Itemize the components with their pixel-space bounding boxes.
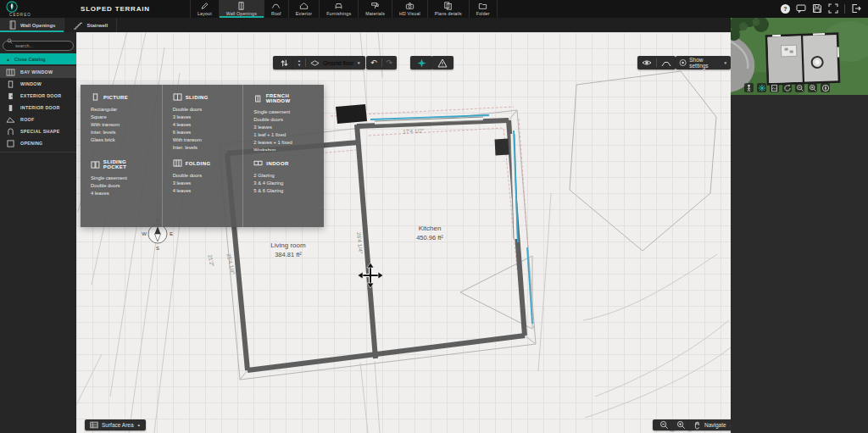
fixture-object[interactable] (336, 104, 367, 124)
menu-item-roof[interactable]: Roof (264, 0, 289, 18)
room-area: 450.96 ft² (394, 234, 465, 241)
catalog-item[interactable]: Single casement (253, 108, 313, 116)
sliding-window-icon (173, 93, 182, 101)
preview-zoom-out-button[interactable] (795, 83, 804, 92)
show-settings-dropdown[interactable]: Show settings ▼ (676, 56, 731, 69)
fullscreen-button[interactable] (828, 3, 838, 14)
swap-floors-button[interactable] (273, 56, 295, 69)
catalog-item[interactable]: 4 leaves (173, 187, 232, 195)
snapshot-button[interactable] (770, 83, 779, 92)
undo-button[interactable]: ↶ (366, 56, 381, 69)
catalog-item[interactable]: 2 Glazing (253, 172, 313, 180)
sidebar-divider (0, 152, 76, 153)
catalog-item[interactable]: 3 leaves (173, 180, 232, 187)
floor-stepper[interactable]: ▲▼ (293, 56, 305, 69)
catalog-item[interactable]: 3 leaves (173, 114, 232, 121)
move-cursor-icon[interactable] (358, 263, 383, 288)
wall-openings-catalog-flyout: PICTURE Rectangular Square With transom … (81, 85, 324, 227)
catalog-item[interactable]: 6 leaves (173, 129, 232, 136)
catalog-item[interactable]: Inter. levels (91, 129, 151, 136)
preview-3d[interactable] (731, 18, 868, 95)
catalog-item[interactable]: Glass brick (91, 136, 151, 144)
compass-mode-button[interactable] (410, 56, 432, 69)
catalog-item[interactable]: 5 & 6 Glazing (253, 187, 313, 195)
tab-stairwell[interactable]: Stairwell (64, 18, 117, 32)
roof-visibility-button[interactable] (657, 56, 676, 69)
sidebar-item-bay-window[interactable]: BAY WINDOW (0, 66, 76, 78)
chevron-up-icon: ▲ (6, 57, 10, 62)
orbit-icon (783, 84, 792, 92)
indoor-window-icon (253, 159, 263, 167)
catalog-item[interactable]: 1 leaf + 1 fixed (253, 131, 313, 139)
surface-area-button[interactable]: Surface Area ▲ (85, 419, 146, 430)
catalog-item[interactable]: Square (91, 114, 151, 121)
catalog-item[interactable]: Inter. levels (173, 144, 232, 151)
menu-item-plans-details[interactable]: Plans details (428, 0, 470, 18)
roof-category-icon (6, 116, 15, 124)
walkthrough-button[interactable] (744, 83, 754, 92)
catalog-item[interactable]: 4 leaves (91, 190, 151, 197)
window-gaps (375, 119, 515, 239)
sidebar-item-window[interactable]: WINDOW (0, 78, 76, 90)
catalog-item[interactable]: Single casement (91, 175, 151, 182)
catalog-item[interactable]: With transom (91, 121, 151, 129)
catalog-item[interactable]: Double doors (91, 182, 151, 190)
catalog-item[interactable]: Double doors (173, 172, 232, 180)
catalog-group-picture: PICTURE Rectangular Square With transom … (81, 85, 162, 151)
floor-selector-dropdown[interactable]: Ground floor ▼ (306, 56, 365, 69)
compass-icon (821, 84, 830, 92)
top-right-icons: ? (781, 3, 861, 14)
roof-menu-icon (271, 2, 281, 10)
sidebar-item-roof[interactable]: ROOF (0, 114, 76, 125)
catalog-group-header: FRENCH WINDOW (253, 93, 313, 103)
preview-zoom-in-button[interactable] (808, 83, 817, 92)
main-menu: Layout Wall Openings Roof Exterior Furni… (190, 0, 498, 18)
catalog-item[interactable]: Double doors (173, 106, 232, 114)
daylight-button[interactable] (757, 83, 766, 92)
catalog-group-header: INDOOR (253, 159, 313, 167)
search-input[interactable] (3, 41, 74, 51)
orbit-button[interactable] (782, 83, 792, 92)
tab-wall-openings[interactable]: Wall Openings (0, 18, 64, 32)
sidebar-item-opening[interactable]: OPENING (0, 137, 76, 149)
close-catalog-button[interactable]: ▲ Close Catalog (0, 53, 76, 64)
help-button[interactable]: ? (781, 4, 790, 14)
catalog-item[interactable]: Double doors (253, 116, 313, 124)
furniture-visibility-button[interactable] (637, 56, 656, 69)
save-button[interactable] (812, 3, 822, 14)
catalog-item[interactable]: With transom (173, 136, 232, 144)
fixture-object-2[interactable] (495, 139, 509, 156)
cedreo-logo[interactable]: CEDREO (6, 1, 35, 17)
menu-item-exterior[interactable]: Exterior (289, 0, 320, 18)
chat-button[interactable] (796, 3, 806, 14)
sidebar-item-special-shape[interactable]: SPECIAL SHAPE (0, 125, 76, 137)
redo-button[interactable]: ↷ (382, 56, 398, 69)
door-frame-icon (8, 20, 17, 30)
floor-selector-group: ▲▼ Ground floor ▼ (293, 56, 365, 69)
exit-button[interactable] (851, 3, 861, 14)
terrain-warning-button[interactable] (431, 56, 453, 69)
sidebar-item-exterior-door[interactable]: EXTERIOR DOOR (0, 90, 76, 102)
preview-compass-button[interactable] (821, 83, 830, 92)
menu-item-hd-visual[interactable]: HD Visual (392, 0, 428, 18)
paint-roller-icon (370, 2, 380, 10)
menu-item-materials[interactable]: Materials (359, 0, 392, 18)
menu-item-layout[interactable]: Layout (191, 0, 220, 18)
interior-door-icon (6, 104, 15, 112)
catalog-item[interactable]: 4 leaves (173, 121, 232, 129)
room-name: Living room (253, 241, 324, 249)
menu-item-furnishings[interactable]: Furnishings (320, 0, 359, 18)
brand-label: CEDREO (6, 13, 35, 17)
catalog-item[interactable]: 2 leaves + 1 fixed (253, 139, 313, 147)
catalog-group-folding: FOLDING Double doors 3 leaves 4 leaves (162, 151, 243, 227)
menu-item-folder[interactable]: Folder (470, 0, 498, 18)
menu-item-wall-openings[interactable]: Wall Openings (220, 0, 264, 18)
exterior-door-icon (6, 92, 15, 100)
catalog-item[interactable]: 3 leaves (253, 124, 313, 131)
catalog-item[interactable]: Rectangular (91, 106, 151, 114)
navigate-button[interactable]: Navigate ▲ (688, 419, 731, 430)
sidebar-item-interior-door[interactable]: INTERIOR DOOR (0, 102, 76, 114)
zoom-in-icon (676, 420, 686, 430)
catalog-item[interactable]: 3 & 4 Glazing (253, 180, 313, 187)
preview-toolbar (744, 83, 830, 92)
